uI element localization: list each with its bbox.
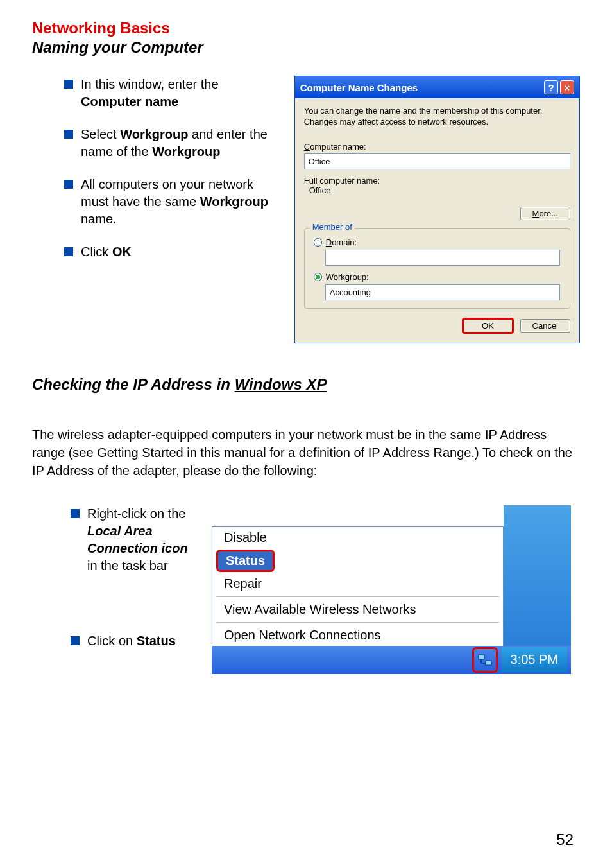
bullet-square-icon [71,636,80,645]
bullet-square-icon [64,130,73,139]
section2-body: The wireless adapter-equipped computers … [32,426,580,480]
ok-button[interactable]: OK [462,318,514,334]
bullet-2: Select Workgroup and enter the name of t… [64,126,282,161]
menu-separator [216,596,499,597]
b1-pre: Right-click on the [87,507,185,521]
computer-name-input[interactable] [304,153,570,169]
b2-pre: Click on [87,634,137,648]
bullet-square-icon [64,247,73,256]
bullet-1-bold: Computer name [81,94,178,108]
workgroup-input[interactable] [325,284,560,300]
desktop-strip [504,505,571,647]
bottom-section: Right-click on the Local Area Connection… [32,505,580,674]
b1-post: in the task bar [87,559,168,573]
computer-name-label: Computer name: [304,142,570,152]
context-menu-screenshot: Disable Status Repair View Available Wir… [212,505,571,674]
radio-off-icon [314,238,322,247]
dialog-description: You can change the name and the membersh… [304,106,570,128]
computer-name-dialog: Computer Name Changes ? × You can change… [294,76,580,343]
bullet-1-text: In this window, enter the [81,77,219,91]
full-computer-name: Full computer name: Office [304,176,570,195]
full-name-label: Full computer name: [304,176,570,186]
heading-subtitle: Naming your Computer [32,39,580,56]
domain-radio[interactable]: Domain: [314,238,561,247]
svg-rect-0 [479,655,484,659]
member-of-groupbox: Member of Domain: Workgroup: [304,228,570,309]
bullet-square-icon [71,509,80,518]
workgroup-radio[interactable]: Workgroup: [314,272,561,282]
groupbox-legend: Member of [310,222,355,232]
bullet-2-bold1: Workgroup [120,127,188,141]
cancel-button[interactable]: Cancel [520,319,570,333]
top-section: In this window, enter the Computer name … [32,76,580,343]
dialog-titlebar: Computer Name Changes ? × [295,76,579,98]
taskbar: 3:05 PM [212,646,571,674]
section2-heading: Checking the IP Address in Windows XP [32,376,580,394]
radio-on-icon [314,273,322,281]
taskbar-clock: 3:05 PM [502,647,567,672]
more-button[interactable]: More... [520,207,570,220]
network-tray-icon[interactable] [472,647,498,673]
bullet-3-post: name. [81,212,117,226]
bullet-3-bold: Workgroup [200,195,268,209]
bullet-b1: Right-click on the Local Area Connection… [71,505,199,575]
bullet-4: Click OK [64,243,282,261]
menu-disable[interactable]: Disable [212,527,503,548]
menu-repair[interactable]: Repair [212,573,503,595]
full-name-value: Office [304,186,570,195]
bullet-1: In this window, enter the Computer name [64,76,282,110]
help-icon[interactable]: ? [544,80,558,94]
close-icon[interactable]: × [560,80,574,94]
dialog-title: Computer Name Changes [300,82,418,93]
dialog-body: You can change the name and the membersh… [295,98,579,343]
bullet-square-icon [64,80,73,89]
instructions-column-2: Right-click on the Local Area Connection… [32,505,199,665]
bullet-b2: Click on Status [71,632,199,650]
instructions-column: In this window, enter the Computer name … [32,76,282,343]
bullet-2-pre: Select [81,127,120,141]
context-menu: Disable Status Repair View Available Wir… [212,526,504,647]
menu-view-wireless[interactable]: View Available Wireless Networks [212,599,503,620]
bullet-3: All computers on your network must have … [64,176,282,228]
heading-red: Networking Basics [32,19,580,37]
menu-separator [216,622,499,623]
page-number: 52 [556,831,574,849]
bullet-4-pre: Click [81,245,112,259]
menu-open-connections[interactable]: Open Network Connections [212,625,503,646]
b1-bold: Local Area Connection icon [87,524,188,555]
menu-status[interactable]: Status [216,550,275,572]
domain-input[interactable] [325,250,560,266]
network-icon [477,652,493,668]
bullet-4-bold: OK [112,245,132,259]
svg-rect-1 [486,661,491,665]
bullet-square-icon [64,180,73,189]
bullet-2-bold2: Workgroup [152,144,220,159]
b2-bold: Status [137,634,176,648]
